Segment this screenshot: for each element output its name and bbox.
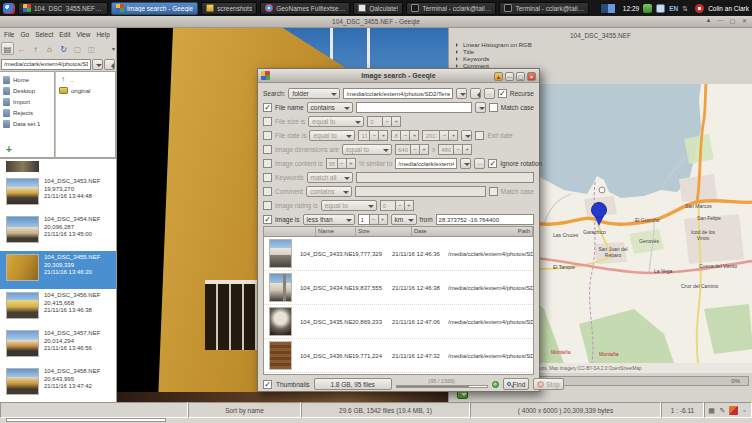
close-icon[interactable]: ✕ (527, 72, 536, 81)
exif-date-checkbox[interactable] (475, 131, 484, 140)
workspace-pager[interactable] (600, 3, 616, 14)
file-name-dropdown-icon[interactable] (475, 102, 486, 113)
start-menu-icon[interactable] (3, 3, 15, 14)
shortcut-item[interactable]: Rejects (0, 107, 54, 118)
notification-icon[interactable] (695, 4, 704, 13)
taskbar-task[interactable]: 104_DSC_3455.NEF - G... (18, 2, 108, 15)
shortcut-item[interactable]: Import (0, 96, 54, 107)
taskbar-task[interactable]: Terminal - cclark@tailtr... (499, 2, 589, 15)
year-spinner[interactable]: −+ (422, 130, 458, 141)
recurse-checkbox[interactable] (498, 89, 507, 98)
taskbar-task[interactable]: Terminal - cclark@tailtr... (406, 2, 496, 15)
menu-item[interactable]: Select (33, 31, 55, 38)
float-view-icon[interactable]: ▢ (71, 42, 84, 55)
split-view-icon[interactable]: ◫ (85, 42, 98, 55)
details-icon[interactable]: ▦ (707, 406, 716, 415)
file-name-input[interactable] (356, 102, 472, 113)
search-path-input[interactable] (343, 88, 452, 99)
display-icon[interactable] (656, 4, 665, 13)
file-date-op-select[interactable]: equal to (309, 130, 355, 141)
sidebar-section[interactable]: Title (455, 49, 746, 56)
width-spinner[interactable]: −+ (395, 144, 429, 155)
file-row[interactable]: 104_DSC_3454.NEF 20,096,287 21/11/16 13:… (0, 213, 116, 251)
shortcut-item[interactable]: Data set 1 (0, 118, 54, 129)
maximize-icon[interactable]: ▢ (516, 72, 525, 81)
keywords-checkbox[interactable] (263, 173, 272, 182)
sidebar-section[interactable]: Linear Histogram on RGB (455, 42, 746, 49)
shade-icon[interactable]: ▲ (704, 17, 713, 24)
toolbar-overflow-icon[interactable]: ▾ (112, 45, 115, 52)
comment-input[interactable] (355, 186, 486, 197)
file-row[interactable]: 104_DSC_3458.NEF 20,643,995 21/11/16 13:… (0, 365, 116, 402)
minimize-icon[interactable]: — (505, 72, 514, 81)
menu-item[interactable]: View (74, 31, 92, 38)
height-spinner[interactable]: −+ (438, 144, 472, 155)
similarity-spinner[interactable]: −+ (326, 158, 356, 169)
result-row[interactable]: 104_DSC_3436.NEF 19,771,224 21/11/16 12:… (264, 339, 533, 373)
edit-icon[interactable]: ✎ (718, 406, 727, 415)
refresh-icon[interactable]: ↻ (57, 42, 70, 55)
rating-spinner[interactable]: −+ (380, 200, 414, 211)
file-row[interactable]: 104_DSC_3457.NEF 20,014,294 21/11/16 13:… (0, 327, 116, 365)
file-date-checkbox[interactable] (263, 131, 272, 140)
content-checkbox[interactable] (263, 159, 272, 168)
file-row[interactable]: 104_DSC_3455.NEF 20,309,339 21/11/16 13:… (0, 251, 116, 289)
shade-icon[interactable]: ▲ (494, 72, 503, 81)
path-collapse-icon[interactable] (470, 88, 481, 99)
distance-spinner[interactable]: −+ (358, 214, 388, 225)
menu-item[interactable]: Help (94, 31, 111, 38)
network-icon[interactable]: ⇅ (682, 4, 691, 13)
results-column-header[interactable]: Date (412, 227, 516, 236)
path-input[interactable] (1, 59, 91, 70)
results-column-header[interactable]: Size (356, 227, 412, 236)
sort-button[interactable]: Sort by name (188, 402, 301, 418)
file-size-checkbox[interactable] (263, 117, 272, 126)
taskbar-task[interactable]: Image search - Geeqie (111, 2, 198, 15)
similar-dropdown-icon[interactable] (460, 158, 471, 169)
home-icon[interactable]: ⌂ (43, 42, 56, 55)
thumbnails-checkbox[interactable] (263, 380, 272, 389)
ignore-rotation-checkbox[interactable] (488, 159, 497, 168)
rating-checkbox[interactable] (263, 201, 272, 210)
window-titlebar[interactable]: 104_DSC_3455.NEF - Geeqie ▲ — ▢ ✕ (0, 16, 752, 28)
result-row[interactable]: 104_DSC_3433.NEF 19,777,329 21/11/16 12:… (264, 237, 533, 271)
dialog-titlebar[interactable]: Image search - Geeqie ▲ — ▢ ✕ (258, 69, 539, 83)
file-size-op-select[interactable]: equal to (308, 116, 364, 127)
results-column-header[interactable]: Path (516, 227, 533, 236)
stop-button[interactable]: ✕ Stop (533, 378, 563, 390)
add-bookmark-icon[interactable]: + (6, 145, 16, 155)
calendar-icon[interactable] (461, 130, 472, 141)
file-size-spinner[interactable]: −+ (367, 116, 401, 127)
sidebar-section[interactable]: Keywords (455, 56, 746, 63)
results-column-header[interactable] (264, 227, 316, 236)
pane-toggle-icon[interactable]: ▤ (1, 42, 14, 55)
result-row[interactable]: 104_DSC_3434.NEF 19,837,555 21/11/16 12:… (264, 271, 533, 305)
path-collapse-icon[interactable] (104, 59, 115, 70)
find-button[interactable]: Find (503, 378, 530, 390)
distance-op-select[interactable]: less than (303, 214, 355, 225)
path-dropdown-icon[interactable] (456, 88, 467, 99)
distance-unit-select[interactable]: km (391, 214, 417, 225)
shortcut-item[interactable]: Home (0, 74, 54, 85)
shortcut-item[interactable]: Desktop (0, 85, 54, 96)
up-icon[interactable]: ↑ (29, 42, 42, 55)
result-row[interactable]: 104_DSC_3435.NEF 20,869,233 21/11/16 12:… (264, 305, 533, 339)
distance-checkbox[interactable] (263, 215, 272, 224)
comment-match-case-checkbox[interactable] (489, 187, 498, 196)
dimensions-op-select[interactable]: equal to (342, 144, 392, 155)
file-row[interactable]: 104_DSC_3453.NEF 19,973,270 21/11/16 13:… (0, 175, 116, 213)
close-icon[interactable]: ✕ (740, 17, 749, 24)
file-name-checkbox[interactable] (263, 103, 272, 112)
color-management-icon[interactable] (729, 406, 738, 415)
keywords-op-select[interactable]: match all (307, 172, 353, 183)
match-case-checkbox[interactable] (489, 103, 498, 112)
taskbar-task[interactable]: screenshots (201, 2, 257, 15)
keyboard-layout[interactable]: EN (669, 5, 678, 12)
coords-input[interactable] (436, 214, 534, 225)
menu-item[interactable]: Edit (57, 31, 72, 38)
results-column-header[interactable]: Name (316, 227, 356, 236)
comment-op-select[interactable]: contains (306, 186, 352, 197)
file-row[interactable]: 104_DSC_3456.NEF 20,415,668 21/11/16 13:… (0, 289, 116, 327)
folder-up-row[interactable]: ↑ .. (56, 74, 115, 85)
taskbar-task[interactable]: GeoNames Fulltextsear... (260, 2, 350, 15)
